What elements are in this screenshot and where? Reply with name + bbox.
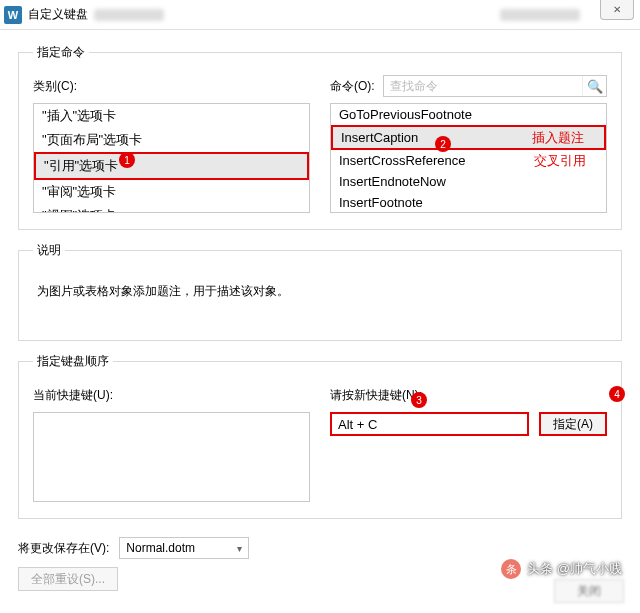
search-input[interactable] [384, 76, 582, 96]
description-text: 为图片或表格对象添加题注，用于描述该对象。 [33, 273, 607, 324]
close-button-label: 关闭 [577, 583, 601, 600]
blur-decor [500, 9, 580, 21]
watermark-icon: 条 [501, 559, 521, 579]
assign-button[interactable]: 指定(A) [539, 412, 607, 436]
assign-button-label: 指定(A) [553, 416, 593, 433]
badge-4: 4 [609, 386, 625, 402]
badge-1: 1 [119, 152, 135, 168]
list-item-label: InsertCrossReference [339, 153, 465, 168]
dialog-footer: 关闭 [554, 579, 624, 603]
app-icon: W [4, 6, 22, 24]
badge-3: 3 [411, 392, 427, 408]
new-hotkey-value: Alt + C [338, 417, 377, 432]
section-description: 说明 为图片或表格对象添加题注，用于描述该对象。 [18, 242, 622, 341]
section-legend: 说明 [33, 242, 65, 259]
new-hotkey-label: 请按新快捷键(N): [330, 387, 422, 404]
current-hotkey-label: 当前快捷键(U): [33, 387, 113, 404]
blur-decor [94, 9, 164, 21]
section-keyboard-sequence: 指定键盘顺序 当前快捷键(U): 请按新快捷键(N): Alt + C 指定(A… [18, 353, 622, 519]
save-in-value: Normal.dotm [126, 541, 195, 555]
list-item-label: InsertCaption [341, 130, 418, 145]
list-item[interactable]: InsertCrossReference 交叉引用 [331, 150, 606, 171]
annotation-text: 插入题注 [532, 129, 584, 147]
new-hotkey-input[interactable]: Alt + C [330, 412, 529, 436]
bottom-row: 将更改保存在(V): Normal.dotm [18, 531, 622, 559]
category-column: 类别(C): "插入"选项卡 "页面布局"选项卡 "引用"选项卡 "审阅"选项卡… [33, 75, 310, 213]
current-hotkey-column: 当前快捷键(U): [33, 384, 310, 502]
list-item[interactable]: InsertCaption 插入题注 [331, 125, 606, 150]
search-wrap: 🔍 [383, 75, 607, 97]
watermark-text: 头条 @帅气小贱 [527, 560, 622, 578]
section-legend: 指定键盘顺序 [33, 353, 113, 370]
list-item-label: "引用"选项卡 [44, 158, 118, 173]
dialog-close-button[interactable]: 关闭 [554, 579, 624, 603]
list-item[interactable]: GoToPreviousFootnote [331, 104, 606, 125]
list-item[interactable]: InsertEndnoteNow [331, 171, 606, 192]
close-button[interactable]: ✕ [600, 0, 634, 20]
reset-all-button[interactable]: 全部重设(S)... [18, 567, 118, 591]
list-item[interactable]: "引用"选项卡 [34, 152, 309, 180]
section-legend: 指定命令 [33, 44, 89, 61]
list-item[interactable]: "视图"选项卡 [34, 204, 309, 213]
dialog-body: 指定命令 类别(C): "插入"选项卡 "页面布局"选项卡 "引用"选项卡 "审… [0, 30, 640, 601]
current-hotkey-box[interactable] [33, 412, 310, 502]
save-in-select[interactable]: Normal.dotm [119, 537, 249, 559]
titlebar: W 自定义键盘 ✕ [0, 0, 640, 30]
list-item[interactable]: "页面布局"选项卡 [34, 128, 309, 152]
annotation-text: 交叉引用 [534, 152, 586, 170]
watermark: 条 头条 @帅气小贱 [501, 559, 622, 579]
list-item[interactable]: "审阅"选项卡 [34, 180, 309, 204]
section-specify-command: 指定命令 类别(C): "插入"选项卡 "页面布局"选项卡 "引用"选项卡 "审… [18, 44, 622, 230]
command-column: 命令(O): 🔍 GoToPreviousFootnote InsertCapt… [330, 75, 607, 213]
new-hotkey-column: 请按新快捷键(N): Alt + C 指定(A) [330, 384, 607, 502]
category-listbox[interactable]: "插入"选项卡 "页面布局"选项卡 "引用"选项卡 "审阅"选项卡 "视图"选项… [33, 103, 310, 213]
list-item[interactable]: "插入"选项卡 [34, 104, 309, 128]
search-icon[interactable]: 🔍 [582, 76, 606, 96]
command-label: 命令(O): [330, 78, 375, 95]
list-item[interactable]: InsertFootnote [331, 192, 606, 213]
close-icon: ✕ [613, 4, 621, 15]
reset-all-label: 全部重设(S)... [31, 571, 105, 588]
badge-2: 2 [435, 136, 451, 152]
command-listbox[interactable]: GoToPreviousFootnote InsertCaption 插入题注 … [330, 103, 607, 213]
window-title: 自定义键盘 [28, 6, 88, 23]
save-in-label: 将更改保存在(V): [18, 540, 109, 557]
category-label: 类别(C): [33, 78, 77, 95]
